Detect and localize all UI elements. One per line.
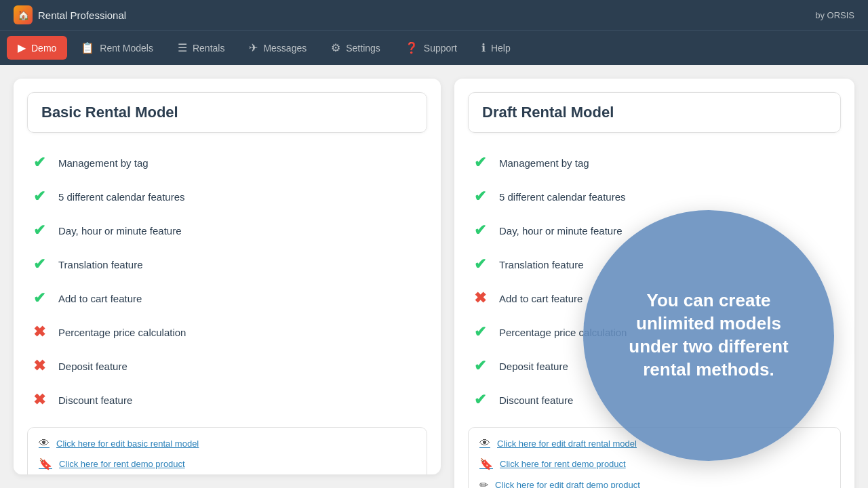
eye-icon: 👁 bbox=[479, 437, 490, 449]
link-text: Click here for edit draft demo product bbox=[495, 480, 640, 488]
messages-icon: ✈ bbox=[249, 41, 258, 54]
support-icon: ❓ bbox=[405, 41, 418, 54]
basic-links-section: 👁 Click here for edit basic rental model… bbox=[27, 427, 427, 474]
nav-label-help: Help bbox=[491, 43, 511, 54]
list-item: ✖ Percentage price calculation bbox=[27, 316, 427, 348]
rent-demo-link-draft[interactable]: 🔖 Click here for rent demo product bbox=[479, 458, 829, 470]
check-icon: ✔ bbox=[471, 357, 490, 375]
nav-bar: ▶ Demo 📋 Rent Models ☰ Rentals ✈ Message… bbox=[0, 30, 868, 65]
settings-icon: ⚙ bbox=[331, 41, 340, 54]
draft-model-title-box: Draft Rental Model bbox=[468, 92, 841, 133]
nav-item-messages[interactable]: ✈ Messages bbox=[238, 36, 317, 60]
link-text: Click here for edit draft rental model bbox=[497, 439, 637, 449]
nav-item-settings[interactable]: ⚙ Settings bbox=[320, 36, 391, 60]
list-item: ✔ Add to cart feature bbox=[27, 282, 427, 314]
rentals-icon: ☰ bbox=[178, 41, 187, 54]
feature-label: Add to cart feature bbox=[499, 293, 583, 304]
help-icon: ℹ bbox=[481, 41, 486, 54]
eye-icon: 👁 bbox=[39, 437, 50, 449]
nav-item-help[interactable]: ℹ Help bbox=[471, 36, 521, 60]
check-icon: ✔ bbox=[30, 153, 49, 172]
edit-draft-demo-product-link[interactable]: ✏ Click here for edit draft demo product bbox=[479, 479, 829, 488]
rent-demo-link[interactable]: 🔖 Click here for rent demo product bbox=[39, 458, 416, 470]
draft-model-title: Draft Rental Model bbox=[482, 104, 827, 121]
check-icon: ✔ bbox=[30, 255, 49, 274]
list-item: ✔ 5 different calendar features bbox=[27, 180, 427, 213]
nav-item-rentals[interactable]: ☰ Rentals bbox=[167, 36, 235, 60]
pencil-icon: ✏ bbox=[479, 479, 488, 488]
nav-label-messages: Messages bbox=[263, 43, 307, 54]
cross-icon: ✖ bbox=[471, 289, 490, 308]
rent-icon: 🔖 bbox=[479, 458, 493, 470]
check-icon: ✔ bbox=[471, 187, 490, 206]
feature-label: Day, hour or minute feature bbox=[58, 225, 181, 237]
basic-model-title-box: Basic Rental Model bbox=[27, 92, 427, 133]
tooltip-bubble: You can create unlimited models under tw… bbox=[583, 210, 834, 461]
demo-icon: ▶ bbox=[18, 41, 26, 54]
cross-icon: ✖ bbox=[30, 357, 49, 375]
cross-icon: ✖ bbox=[30, 323, 49, 342]
app-title: Rental Professional bbox=[38, 9, 126, 21]
basic-feature-list: ✔ Management by tag ✔ 5 different calend… bbox=[27, 146, 427, 416]
check-icon: ✔ bbox=[471, 255, 490, 274]
list-item: ✔ Translation feature bbox=[27, 248, 427, 281]
nav-item-demo[interactable]: ▶ Demo bbox=[7, 36, 67, 60]
check-icon: ✔ bbox=[471, 221, 490, 240]
nav-label-rentals: Rentals bbox=[193, 43, 224, 54]
basic-model-title: Basic Rental Model bbox=[41, 104, 413, 121]
feature-label: Translation feature bbox=[58, 259, 143, 270]
check-icon: ✔ bbox=[471, 323, 490, 342]
app-icon: 🏠 bbox=[14, 5, 33, 24]
feature-label: Deposit feature bbox=[499, 361, 568, 372]
main-content: Basic Rental Model ✔ Management by tag ✔… bbox=[0, 65, 868, 488]
rent-models-icon: 📋 bbox=[81, 41, 94, 54]
nav-item-support[interactable]: ❓ Support bbox=[394, 36, 468, 60]
nav-label-settings: Settings bbox=[346, 43, 380, 54]
check-icon: ✔ bbox=[30, 221, 49, 240]
edit-basic-rental-link[interactable]: 👁 Click here for edit basic rental model bbox=[39, 437, 416, 449]
feature-label: Day, hour or minute feature bbox=[499, 225, 622, 237]
feature-label: Management by tag bbox=[499, 157, 589, 169]
basic-rental-model-card: Basic Rental Model ✔ Management by tag ✔… bbox=[14, 79, 441, 474]
top-bar: 🏠 Rental Professional by ORSIS bbox=[0, 0, 868, 30]
check-icon: ✔ bbox=[471, 390, 490, 409]
link-text: Click here for rent demo product bbox=[59, 459, 185, 469]
check-icon: ✔ bbox=[30, 289, 49, 308]
tooltip-text: You can create unlimited models under tw… bbox=[610, 289, 807, 381]
link-text: Click here for edit basic rental model bbox=[56, 439, 199, 449]
nav-label-rent-models: Rent Models bbox=[100, 43, 153, 54]
check-icon: ✔ bbox=[30, 187, 49, 206]
feature-label: 5 different calendar features bbox=[58, 191, 185, 203]
nav-label-demo: Demo bbox=[31, 43, 56, 54]
feature-label: Discount feature bbox=[499, 394, 573, 406]
app-branding: 🏠 Rental Professional bbox=[14, 5, 126, 24]
check-icon: ✔ bbox=[471, 153, 490, 172]
feature-label: Deposit feature bbox=[58, 361, 127, 372]
cross-icon: ✖ bbox=[30, 390, 49, 409]
feature-label: 5 different calendar features bbox=[499, 191, 626, 203]
rent-icon: 🔖 bbox=[39, 458, 52, 470]
feature-label: Translation feature bbox=[499, 259, 584, 270]
list-item: ✖ Discount feature bbox=[27, 384, 427, 416]
link-text: Click here for rent demo product bbox=[500, 459, 626, 469]
feature-label: Discount feature bbox=[58, 394, 132, 406]
feature-label: Percentage price calculation bbox=[58, 327, 186, 338]
feature-label: Management by tag bbox=[58, 157, 149, 169]
right-card-wrapper: Draft Rental Model ✔ Management by tag ✔… bbox=[454, 79, 854, 474]
app-byline: by ORSIS bbox=[815, 10, 854, 20]
feature-label: Add to cart feature bbox=[58, 293, 142, 304]
nav-item-rent-models[interactable]: 📋 Rent Models bbox=[70, 36, 164, 60]
nav-label-support: Support bbox=[424, 43, 457, 54]
list-item: ✔ Day, hour or minute feature bbox=[27, 214, 427, 247]
list-item: ✖ Deposit feature bbox=[27, 350, 427, 382]
list-item: ✔ Management by tag bbox=[27, 146, 427, 179]
list-item: ✔ 5 different calendar features bbox=[468, 180, 841, 213]
list-item: ✔ Management by tag bbox=[468, 146, 841, 179]
